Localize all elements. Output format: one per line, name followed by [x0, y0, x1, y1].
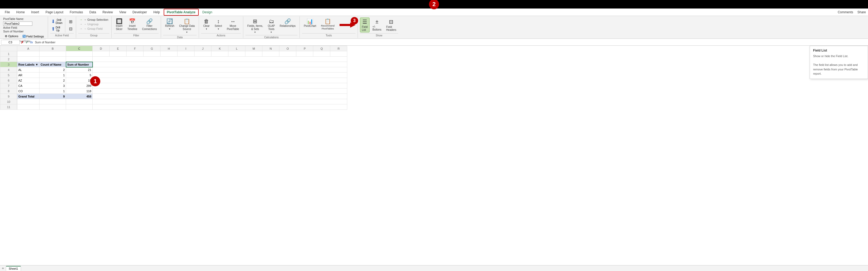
insert-slicer-button[interactable]: 🔲 Insert Slicer — [114, 18, 124, 32]
cell-p1[interactable] — [296, 51, 313, 57]
cell-b6[interactable]: 2 — [39, 78, 66, 83]
cell-c6[interactable]: 15 — [66, 78, 93, 83]
cell-b2[interactable] — [39, 57, 66, 62]
menu-design[interactable]: Design — [200, 9, 215, 15]
cell-b8[interactable]: 1 — [39, 88, 66, 94]
grid-wrapper[interactable]: A B C D E F G H I J K L M N O — [0, 46, 868, 265]
collapse-field-button[interactable]: ⊟ — [67, 26, 74, 32]
cell-reference-box[interactable] — [1, 40, 20, 45]
col-header-h[interactable]: H — [160, 46, 178, 51]
cell-c5[interactable]: 5 — [66, 73, 93, 78]
cell-b9[interactable]: 9 — [39, 94, 66, 99]
group-field-button[interactable]: → → Group Field — [78, 27, 104, 31]
cell-n1[interactable] — [262, 51, 279, 57]
cell-b10[interactable] — [39, 99, 66, 104]
cell-c10[interactable] — [66, 99, 93, 104]
menu-insert[interactable]: Insert — [28, 9, 42, 15]
col-header-e[interactable]: E — [110, 46, 127, 51]
add-sheet-button[interactable]: ＋ — [1, 266, 5, 271]
cell-a8[interactable]: CO — [17, 88, 39, 94]
move-pivot-button[interactable]: ↔ Move PivotTable — [225, 18, 241, 32]
plus-minus-button[interactable]: ± +/- Buttons — [371, 18, 383, 32]
menu-home[interactable]: Home — [13, 9, 27, 15]
drill-up-button[interactable]: ⬆ Drill Up — [50, 26, 64, 32]
cell-b5[interactable]: 1 — [39, 73, 66, 78]
confirm-formula-icon[interactable]: ✓ — [26, 40, 29, 44]
cell-l1[interactable] — [228, 51, 245, 57]
col-header-q[interactable]: Q — [313, 46, 330, 51]
cell-a5[interactable]: AR — [17, 73, 39, 78]
cell-a1[interactable] — [17, 51, 39, 57]
menu-developer[interactable]: Developer — [130, 9, 150, 15]
cell-e1[interactable] — [110, 51, 127, 57]
pivot-name-input[interactable] — [3, 22, 32, 26]
cell-a9-grand-total[interactable]: Grand Total — [17, 94, 39, 99]
pivot-chart-button[interactable]: 📊 PivotChart — [302, 18, 318, 29]
fx-icon[interactable]: fx — [30, 40, 33, 44]
cancel-formula-icon[interactable]: ✗ — [21, 40, 24, 44]
cell-q1[interactable] — [313, 51, 330, 57]
col-header-i[interactable]: I — [178, 46, 194, 51]
clear-button[interactable]: 🗑 Clear ▾ — [201, 18, 212, 31]
cell-c9[interactable]: 458 — [66, 94, 93, 99]
fields-items-button[interactable]: ⊞ Fields, Items, & Sets ▾ — [245, 18, 265, 34]
cell-f1[interactable] — [127, 51, 144, 57]
cell-i1[interactable] — [178, 51, 194, 57]
cell-c8[interactable]: 118 — [66, 88, 93, 94]
cell-c4[interactable]: 21 — [66, 67, 93, 73]
col-header-a[interactable]: A — [17, 46, 39, 51]
cell-b11[interactable] — [39, 104, 66, 110]
cell-a11[interactable] — [17, 104, 39, 110]
insert-timeline-button[interactable]: 📅 Insert Timeline — [125, 18, 139, 32]
menu-file[interactable]: File — [2, 9, 12, 15]
relationships-button[interactable]: 🔗 Relationships — [278, 18, 298, 29]
menu-review[interactable]: Review — [100, 9, 115, 15]
cell-g1[interactable] — [144, 51, 160, 57]
cell-b3-count[interactable]: Count of Name — [39, 62, 66, 67]
col-header-k[interactable]: K — [211, 46, 228, 51]
col-header-c[interactable]: C — [66, 46, 93, 51]
change-data-source-button[interactable]: 📋 Change Data Source ▾ — [177, 18, 196, 34]
olap-tools-button[interactable]: 🗂 OLAP Tools ▾ — [266, 18, 277, 34]
cell-k1[interactable] — [211, 51, 228, 57]
col-header-b[interactable]: B — [39, 46, 66, 51]
col-header-r[interactable]: R — [330, 46, 347, 51]
cell-b4[interactable]: 2 — [39, 67, 66, 73]
menu-page-layout[interactable]: Page Layout — [43, 9, 66, 15]
cell-c11[interactable] — [66, 104, 93, 110]
select-button[interactable]: ↕ Select ▾ — [213, 18, 224, 31]
menu-formulas[interactable]: Formulas — [67, 9, 86, 15]
drill-down-button[interactable]: ⬇ Drill Down — [50, 18, 64, 25]
col-header-n[interactable]: N — [262, 46, 279, 51]
cell-a2[interactable] — [17, 57, 39, 62]
options-button[interactable]: ⚙ Options — [3, 34, 20, 38]
cell-d1[interactable] — [93, 51, 110, 57]
col-header-o[interactable]: O — [279, 46, 296, 51]
cell-c7[interactable]: 299 — [66, 83, 93, 88]
field-list-button[interactable]: ☰ Field List — [360, 18, 370, 32]
col-header-f[interactable]: F — [127, 46, 144, 51]
col-header-g[interactable]: G — [144, 46, 160, 51]
cell-a4[interactable]: AL — [17, 67, 39, 73]
field-settings-button[interactable]: ✎ Field Settings — [21, 34, 45, 38]
cell-a6[interactable]: AZ — [17, 78, 39, 83]
cell-o1[interactable] — [279, 51, 296, 57]
col-header-d[interactable]: D — [93, 46, 110, 51]
cell-c2[interactable] — [66, 57, 93, 62]
comments-link[interactable]: Comments — [838, 10, 853, 14]
cell-j1[interactable] — [194, 51, 211, 57]
share-link[interactable]: Share — [858, 10, 866, 14]
col-header-j[interactable]: J — [194, 46, 211, 51]
cell-a10[interactable] — [17, 99, 39, 104]
sheet-tab-sheet1[interactable]: Sheet1 — [6, 266, 21, 271]
expand-field-button[interactable]: ⊞ — [67, 18, 74, 25]
menu-pivot-analyze[interactable]: PivotTable Analyze — [164, 9, 199, 16]
col-header-m[interactable]: M — [245, 46, 262, 51]
col-header-l[interactable]: L — [228, 46, 245, 51]
recommend-pivot-button[interactable]: 📋 Recommend PivotTables — [319, 18, 336, 31]
cell-m1[interactable] — [245, 51, 262, 57]
cell-c1[interactable] — [66, 51, 93, 57]
menu-view[interactable]: View — [117, 9, 129, 15]
ungroup-button[interactable]: → → Ungroup — [78, 22, 99, 26]
group-selection-button[interactable]: → → Group Selection — [78, 18, 109, 22]
